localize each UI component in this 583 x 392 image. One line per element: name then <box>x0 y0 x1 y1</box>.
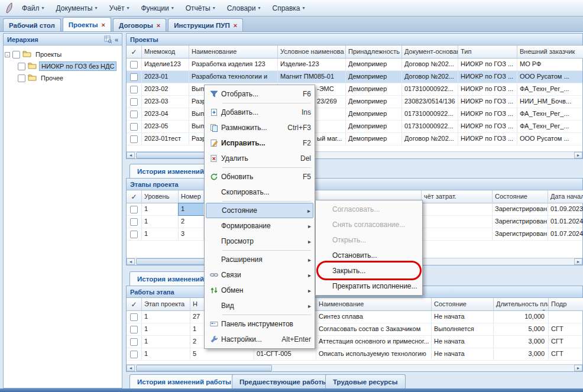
menu-accounting[interactable]: Учёт▾ <box>103 1 135 15</box>
menu-item-vid[interactable]: Вид ▸ <box>206 298 313 313</box>
table-row[interactable]: 1 27 Синтез сплава Не начата 10,000 <box>127 311 582 323</box>
table-row[interactable]: 1 2 Аттестация основного и примесног... … <box>127 336 582 348</box>
scroll-left-icon[interactable]: ◄ <box>127 365 135 371</box>
menu-help[interactable]: Справка▾ <box>266 1 310 15</box>
column-header[interactable]: Уровень <box>142 190 179 203</box>
row-checkbox[interactable] <box>130 98 138 106</box>
scrollbar-thumb[interactable] <box>136 365 272 371</box>
tree-node-niokr[interactable]: НИОКР по ГОЗ без НДС <box>5 60 121 72</box>
menu-file[interactable]: Файл▾ <box>16 1 50 15</box>
tab-instructions[interactable]: Инструкции ПУП× <box>168 18 243 31</box>
link-icon <box>207 271 221 279</box>
scroll-left-icon[interactable]: ◄ <box>127 152 135 158</box>
checkbox-cell <box>127 96 142 108</box>
select-all-header[interactable]: ✓ <box>127 190 142 203</box>
select-all-header[interactable]: ✓ <box>127 298 142 311</box>
menu-item-delete[interactable]: Удалить Del <box>206 151 313 166</box>
tree-node-root[interactable]: - Проекты <box>5 48 121 60</box>
scroll-left-icon[interactable]: ◄ <box>127 258 135 265</box>
row-checkbox[interactable] <box>130 338 138 346</box>
scroll-right-icon[interactable]: ► <box>574 258 582 265</box>
close-icon[interactable]: × <box>157 22 160 28</box>
menu-item-settings[interactable]: Настройки... Alt+Enter <box>206 332 313 347</box>
table-row-selected[interactable]: 2023-01 Разработка технологии и Магнит П… <box>127 71 582 83</box>
tab-labor-resources[interactable]: Трудовые ресурсы <box>325 374 406 388</box>
column-header[interactable]: Этап проекта <box>142 298 190 311</box>
menu-item-copy[interactable]: Скопировать... <box>206 184 313 200</box>
column-header[interactable]: Номер <box>179 190 204 203</box>
row-checkbox[interactable] <box>130 218 138 226</box>
menu-item-exchange[interactable]: Обмен ▸ <box>206 283 313 298</box>
row-checkbox[interactable] <box>130 351 138 358</box>
menu-functions[interactable]: Функции▾ <box>135 1 179 15</box>
column-header[interactable]: Условное наименова <box>278 46 346 59</box>
row-checkbox[interactable] <box>130 61 138 69</box>
cell-mnemocode: 2023-01 <box>142 71 189 83</box>
table-row[interactable]: 2023-05 Вып Демопример 017310000922... Н… <box>127 121 582 133</box>
table-row[interactable]: 2023-03 Разр 23/269 Демопример 230823/05… <box>127 96 582 108</box>
row-checkbox[interactable] <box>130 135 138 143</box>
tree-node-label: Проекты <box>34 50 63 59</box>
column-header[interactable]: Состояние <box>432 298 494 311</box>
tab-work-history[interactable]: История изменений работы <box>129 374 239 388</box>
submenu-item-terminate[interactable]: Прекратить исполнение... <box>317 278 421 294</box>
table-row[interactable]: 1 1 Согласовать состав с Заказчиком Выпо… <box>127 323 582 336</box>
menu-separator <box>222 201 311 202</box>
tab-desktop[interactable]: Рабочий стол <box>3 18 61 31</box>
tab-contracts[interactable]: Договоры× <box>113 18 166 31</box>
close-icon[interactable]: × <box>102 22 105 28</box>
row-checkbox[interactable] <box>130 86 138 93</box>
menu-item-duplicate[interactable]: Размножить... Ctrl+F3 <box>206 120 313 135</box>
table-row[interactable]: 2023-01тест Разр ый маг... Демопример До… <box>127 133 582 145</box>
column-header[interactable]: Наименование <box>189 46 278 59</box>
column-header[interactable]: Принадлежность <box>346 46 402 59</box>
tree-checkbox[interactable] <box>18 74 25 82</box>
menu-item-state[interactable]: Состояние ▸ <box>206 203 313 218</box>
column-header[interactable]: Тип <box>458 46 517 59</box>
row-checkbox[interactable] <box>130 326 138 333</box>
menu-item-edit[interactable]: Исправить... F2 <box>206 135 313 151</box>
scroll-right-icon[interactable]: ► <box>574 365 582 371</box>
menu-item-formation[interactable]: Формирование ▸ <box>206 218 313 234</box>
table-row[interactable]: Изделие123 Разработка изделия 123 Издели… <box>127 59 582 71</box>
column-header[interactable]: Состояние <box>493 190 548 203</box>
row-checkbox[interactable] <box>130 123 138 131</box>
row-checkbox[interactable] <box>130 73 138 81</box>
column-header-duration[interactable]: Длительность план▼ <box>494 298 549 311</box>
row-checkbox[interactable] <box>130 231 138 238</box>
scroll-right-icon[interactable]: ► <box>574 152 582 158</box>
tree-expander-icon[interactable]: - <box>5 52 10 57</box>
row-checkbox[interactable] <box>130 111 138 118</box>
menu-item-refresh[interactable]: Обновить F5 <box>206 169 313 184</box>
menu-dictionaries[interactable]: Словари▾ <box>221 1 267 15</box>
collapse-panel-icon[interactable]: « <box>115 36 118 43</box>
row-checkbox[interactable] <box>130 206 138 213</box>
tree-checkbox[interactable] <box>12 51 20 59</box>
close-icon[interactable]: × <box>234 22 237 28</box>
tab-preceding-works[interactable]: Предшествующие работы <box>232 374 335 388</box>
find-icon[interactable] <box>104 35 112 43</box>
tree-node-other[interactable]: Прочее <box>5 72 121 84</box>
column-header[interactable]: Дата начала план <box>548 190 583 203</box>
menu-item-filter[interactable]: Отобрать... F6 <box>206 86 313 102</box>
menu-item-toolbar[interactable]: Панель инструментов <box>206 316 313 332</box>
menu-item-view[interactable]: Просмотр ▸ <box>206 234 313 249</box>
menu-item-add[interactable]: Добавить... Ins <box>206 105 313 120</box>
column-header[interactable]: Наименование <box>316 298 432 311</box>
column-header[interactable]: чёт затрат. <box>422 190 493 203</box>
tab-projects[interactable]: Проекты× <box>63 17 111 31</box>
table-row[interactable]: 2023-04 Вып Демопример 017310000922... Н… <box>127 108 582 121</box>
menu-item-extensions[interactable]: Расширения ▸ <box>206 252 313 267</box>
column-header[interactable]: Подр <box>549 298 583 311</box>
table-row[interactable]: 2023-02 Вып -ЭМС Демопример 017310000922… <box>127 83 582 96</box>
menu-documents[interactable]: Документы▾ <box>50 1 103 15</box>
column-header[interactable]: Внешний заказчик <box>517 46 583 59</box>
select-all-header[interactable]: ✓ <box>127 46 142 59</box>
menu-item-links[interactable]: Связи ▸ <box>206 267 313 283</box>
column-header[interactable]: Документ-основан <box>402 46 458 59</box>
row-checkbox[interactable] <box>130 313 138 321</box>
menu-reports[interactable]: Отчёты▾ <box>180 1 221 15</box>
column-header[interactable]: Мнемокод <box>142 46 189 59</box>
table-row[interactable]: 1 5 01-СГТ-005 Описать используемую техн… <box>127 348 582 361</box>
tree-checkbox[interactable] <box>18 63 25 70</box>
